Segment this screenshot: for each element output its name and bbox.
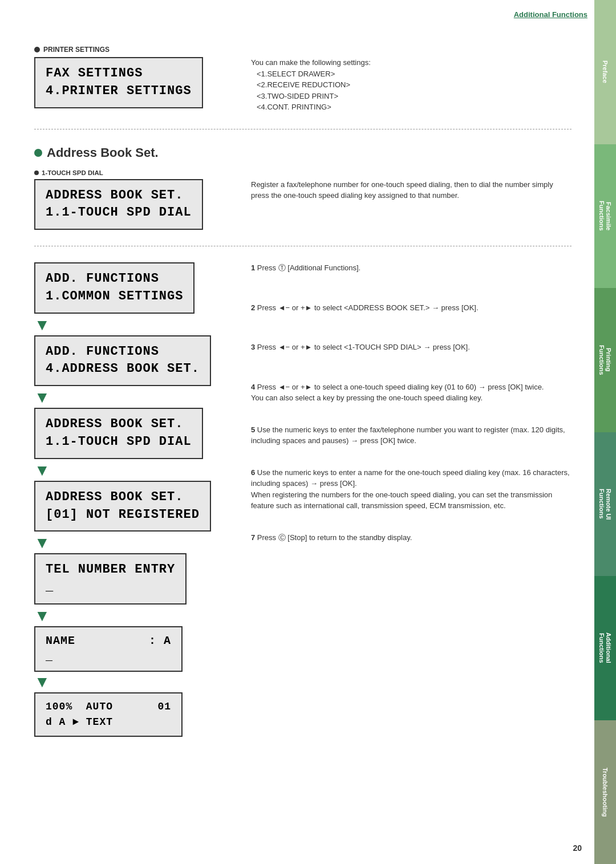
- lcd-common-settings: ADD. FUNCTIONS 1.COMMON SETTINGS: [34, 262, 194, 314]
- arrow-4: ▼: [34, 535, 50, 551]
- lcd-sequence-col: ADD. FUNCTIONS 1.COMMON SETTINGS ▼ ADD. …: [34, 262, 228, 737]
- tab-troubleshoot[interactable]: Troubleshooting: [594, 720, 616, 865]
- address-book-lcd-intro: ADDRESS BOOK SET. 1.1-TOUCH SPD DIAL: [34, 179, 228, 230]
- heading-dot: [34, 149, 42, 157]
- section-printer: PRINTER SETTINGS FAX SETTINGS 4.PRINTER …: [34, 46, 572, 113]
- tab-printing-label: PrintingFunctions: [598, 345, 612, 375]
- step-3: 3 Press ◄− or +► to select <1-TOUCH SPD …: [251, 342, 572, 353]
- tab-additional[interactable]: AdditionalFunctions: [594, 576, 616, 720]
- printer-option-1: <1.SELECT DRAWER>: [257, 68, 572, 80]
- address-book-intro-text: Register a fax/telephone number for one-…: [251, 179, 572, 201]
- lcd-touch-spd-dial: ADDRESS BOOK SET. 1.1-TOUCH SPD DIAL: [34, 408, 203, 459]
- step-1: 1 Press Ⓣ [Additional Functions].: [251, 262, 572, 274]
- step-7: 7 Press Ⓒ [Stop] to return to the standb…: [251, 532, 572, 543]
- lcd-tel-number-entry: TEL NUMBER ENTRY _: [34, 553, 187, 605]
- tab-printing[interactable]: PrintingFunctions: [594, 288, 616, 432]
- tab-preface[interactable]: Preface: [594, 0, 616, 144]
- address-book-heading: Address Book Set.: [34, 145, 572, 160]
- printer-lcd: FAX SETTINGS 4.PRINTER SETTINGS: [34, 57, 203, 108]
- address-book-intro-row: ADDRESS BOOK SET. 1.1-TOUCH SPD DIAL Reg…: [34, 179, 572, 230]
- arrow-2: ▼: [34, 390, 50, 405]
- step-4: 4 Press ◄− or +► to select a one-touch s…: [251, 382, 572, 404]
- arrow-6: ▼: [34, 674, 50, 690]
- printer-settings-row: FAX SETTINGS 4.PRINTER SETTINGS You can …: [34, 57, 572, 113]
- section-address-book: Address Book Set. 1-TOUCH SPD DIAL ADDRE…: [34, 145, 572, 737]
- printer-option-2: <2.RECEIVE REDUCTION>: [257, 79, 572, 91]
- lcd-address-book-set: ADD. FUNCTIONS 4.ADDRESS BOOK SET.: [34, 335, 211, 387]
- lcd-name-entry: NAME : A _: [34, 626, 183, 672]
- printer-settings-description: You can make the following settings: <1.…: [251, 57, 572, 113]
- tab-remote-ui-label: Remote UIFunctions: [598, 489, 612, 520]
- tab-facsimile[interactable]: FacsimileFunctions: [594, 144, 616, 289]
- tab-preface-label: Preface: [602, 60, 609, 83]
- arrow-5: ▼: [34, 608, 50, 624]
- sub-bullet-touch-spd: 1-TOUCH SPD DIAL: [34, 169, 572, 176]
- printer-option-3: <3.TWO-SIDED PRINT>: [257, 91, 572, 102]
- printer-options-list: <1.SELECT DRAWER> <2.RECEIVE REDUCTION> …: [251, 68, 572, 113]
- arrow-1: ▼: [34, 317, 50, 333]
- steps-main-row: ADD. FUNCTIONS 1.COMMON SETTINGS ▼ ADD. …: [34, 262, 572, 737]
- divider-2: [34, 246, 572, 246]
- printer-settings-label: PRINTER SETTINGS: [34, 46, 572, 54]
- printer-option-4: <4.CONT. PRINTING>: [257, 102, 572, 113]
- steps-text-col: 1 Press Ⓣ [Additional Functions]. 2 Pres…: [251, 262, 572, 554]
- step-5: 5 Use the numeric keys to enter the fax/…: [251, 424, 572, 447]
- address-book-lcd-intro-box: ADDRESS BOOK SET. 1.1-TOUCH SPD DIAL: [34, 179, 203, 230]
- lcd-not-registered: ADDRESS BOOK SET. [01] NOT REGISTERED: [34, 481, 211, 532]
- main-content: PRINTER SETTINGS FAX SETTINGS 4.PRINTER …: [0, 0, 594, 760]
- tab-facsimile-label: FacsimileFunctions: [598, 201, 612, 231]
- arrow-3: ▼: [34, 463, 50, 478]
- printer-bullet-dot: [34, 47, 40, 52]
- tab-additional-label: AdditionalFunctions: [598, 632, 612, 663]
- side-tabs: Preface FacsimileFunctions PrintingFunct…: [594, 0, 616, 864]
- divider-1: [34, 129, 572, 129]
- tab-remote-ui[interactable]: Remote UIFunctions: [594, 432, 616, 577]
- tab-troubleshoot-label: Troubleshooting: [602, 768, 609, 817]
- printer-lcd-col: FAX SETTINGS 4.PRINTER SETTINGS: [34, 57, 228, 108]
- page-number: 20: [573, 843, 582, 853]
- step-2: 2 Press ◄− or +► to select <ADDRESS BOOK…: [251, 302, 572, 314]
- lcd-status-bar: 100% AUTO 01 d A ► TEXT: [34, 692, 183, 737]
- sub-bullet-dot: [34, 171, 39, 175]
- step-6: 6 Use the numeric keys to enter a name f…: [251, 467, 572, 512]
